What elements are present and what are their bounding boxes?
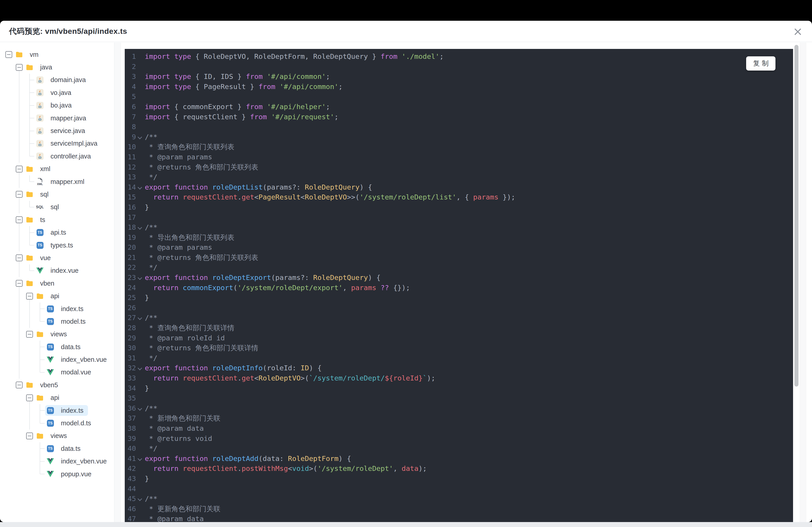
tree-item-content[interactable]: controller.java: [35, 151, 96, 162]
fold-chevron-icon[interactable]: [136, 222, 145, 232]
tree-collapse-toggle[interactable]: [4, 48, 14, 61]
fold-chevron-icon[interactable]: [136, 132, 145, 142]
tree-collapse-toggle[interactable]: [14, 188, 24, 201]
fold-chevron-icon[interactable]: [136, 363, 145, 373]
tree-item-content[interactable]: xml: [24, 164, 55, 175]
tree-item-serviceimpl-java[interactable]: serviceImpl.java: [0, 137, 114, 150]
tree-item-content[interactable]: vm: [14, 49, 43, 60]
tree-item-sql[interactable]: SQLsql: [0, 201, 114, 213]
minus-icon[interactable]: [16, 381, 23, 388]
tree-item-content[interactable]: vben: [24, 278, 59, 289]
tree-item-java[interactable]: java: [0, 61, 114, 74]
tree-item-content[interactable]: views: [35, 431, 72, 441]
tree-item-vo-java[interactable]: vo.java: [0, 86, 114, 99]
tree-collapse-toggle[interactable]: [24, 430, 35, 442]
minus-icon[interactable]: [16, 255, 23, 261]
tree-item-content[interactable]: bo.java: [35, 100, 76, 111]
tree-item-mapper-java[interactable]: mapper.java: [0, 112, 114, 124]
tree-item-ts[interactable]: ts: [0, 213, 114, 226]
sidebar-scrollbar-track[interactable]: [114, 43, 121, 522]
tree-item-index-vue[interactable]: index.vue: [0, 265, 114, 277]
tree-item-data-ts[interactable]: TSdata.ts: [0, 442, 114, 455]
tree-item-vm[interactable]: vm: [0, 48, 114, 61]
minus-icon[interactable]: [16, 280, 23, 287]
tree-item-vben5[interactable]: vben5: [0, 379, 114, 391]
tree-item-content[interactable]: service.java: [35, 125, 89, 136]
tree-item-vue[interactable]: vue: [0, 252, 114, 264]
tree-item-content[interactable]: index.vue: [35, 265, 83, 276]
tree-item-content[interactable]: TStypes.ts: [35, 240, 77, 251]
tree-item-mapper-xml[interactable]: XMLmapper.xml: [0, 175, 114, 188]
tree-collapse-toggle[interactable]: [14, 252, 24, 264]
tree-item-content[interactable]: TSmodel.ts: [45, 316, 90, 327]
minus-icon[interactable]: [26, 394, 33, 401]
tree-item-content[interactable]: TSdata.ts: [45, 342, 85, 352]
tree-item-views[interactable]: views: [0, 328, 114, 341]
minus-icon[interactable]: [16, 191, 23, 198]
minus-icon[interactable]: [5, 51, 12, 58]
tree-item-content[interactable]: modal.vue: [45, 367, 96, 378]
tree-item-index-ts[interactable]: TSindex.ts: [0, 302, 114, 315]
tree-item-content[interactable]: popup.vue: [45, 469, 96, 479]
tree-item-index-vben-vue[interactable]: index_vben.vue: [0, 455, 114, 468]
tree-collapse-toggle[interactable]: [24, 290, 35, 302]
fold-chevron-icon[interactable]: [136, 313, 145, 323]
tree-collapse-toggle[interactable]: [24, 328, 35, 341]
tree-item-content[interactable]: java: [24, 62, 57, 73]
tree-item-model-ts[interactable]: TSmodel.ts: [0, 315, 114, 328]
tree-item-api-ts[interactable]: TSapi.ts: [0, 226, 114, 239]
modal-scrollbar-track[interactable]: [800, 43, 806, 522]
tree-item-controller-java[interactable]: controller.java: [0, 150, 114, 163]
tree-collapse-toggle[interactable]: [14, 163, 24, 175]
fold-chevron-icon[interactable]: [136, 182, 145, 192]
code-scrollbar-thumb[interactable]: [794, 45, 798, 387]
tree-item-popup-vue[interactable]: popup.vue: [0, 468, 114, 480]
tree-item-bo-java[interactable]: bo.java: [0, 99, 114, 112]
tree-item-types-ts[interactable]: TStypes.ts: [0, 239, 114, 252]
minus-icon[interactable]: [16, 64, 23, 71]
tree-item-content[interactable]: SQLsql: [35, 202, 63, 213]
fold-chevron-icon[interactable]: [136, 272, 145, 283]
tree-item-api[interactable]: api: [0, 392, 114, 404]
minus-icon[interactable]: [26, 293, 33, 300]
fold-chevron-icon[interactable]: [136, 453, 145, 464]
tree-item-content[interactable]: mapper.java: [35, 113, 91, 123]
tree-item-domain-java[interactable]: domain.java: [0, 74, 114, 86]
minus-icon[interactable]: [26, 331, 33, 338]
tree-item-data-ts[interactable]: TSdata.ts: [0, 341, 114, 353]
tree-item-content[interactable]: TSmodel.d.ts: [45, 418, 96, 429]
tree-item-content[interactable]: domain.java: [35, 75, 90, 86]
tree-item-content[interactable]: index_vben.vue: [45, 456, 111, 467]
minus-icon[interactable]: [16, 166, 23, 172]
tree-collapse-toggle[interactable]: [14, 213, 24, 226]
tree-item-vben[interactable]: vben: [0, 277, 114, 290]
minus-icon[interactable]: [26, 433, 33, 439]
tree-item-api[interactable]: api: [0, 290, 114, 302]
tree-collapse-toggle[interactable]: [14, 379, 24, 391]
tree-item-model-d-ts[interactable]: TSmodel.d.ts: [0, 417, 114, 430]
close-icon[interactable]: ×: [791, 24, 805, 39]
tree-item-content[interactable]: vo.java: [35, 87, 76, 98]
tree-item-content[interactable]: vben5: [24, 380, 62, 390]
tree-item-content[interactable]: api: [35, 291, 64, 302]
tree-collapse-toggle[interactable]: [24, 392, 35, 404]
tree-collapse-toggle[interactable]: [14, 277, 24, 290]
tree-item-modal-vue[interactable]: modal.vue: [0, 366, 114, 379]
tree-item-content[interactable]: TSdata.ts: [45, 443, 85, 454]
tree-item-content[interactable]: views: [35, 329, 72, 340]
tree-item-content[interactable]: sql: [24, 189, 53, 200]
tree-item-content[interactable]: TSindex.ts: [45, 303, 88, 314]
copy-button[interactable]: 复制: [746, 56, 775, 71]
code-scrollbar-track[interactable]: [793, 43, 800, 522]
tree-item-content[interactable]: TSindex.ts: [45, 405, 88, 416]
tree-item-content[interactable]: index_vben.vue: [45, 354, 111, 365]
tree-item-content[interactable]: serviceImpl.java: [35, 138, 102, 149]
tree-item-content[interactable]: ts: [24, 214, 50, 225]
tree-item-index-ts[interactable]: TSindex.ts: [0, 404, 114, 417]
tree-item-content[interactable]: vue: [24, 253, 55, 263]
tree-collapse-toggle[interactable]: [14, 61, 24, 74]
tree-item-xml[interactable]: xml: [0, 163, 114, 175]
tree-item-index-vben-vue[interactable]: index_vben.vue: [0, 353, 114, 366]
tree-item-views[interactable]: views: [0, 430, 114, 442]
tree-item-content[interactable]: TSapi.ts: [35, 227, 71, 238]
